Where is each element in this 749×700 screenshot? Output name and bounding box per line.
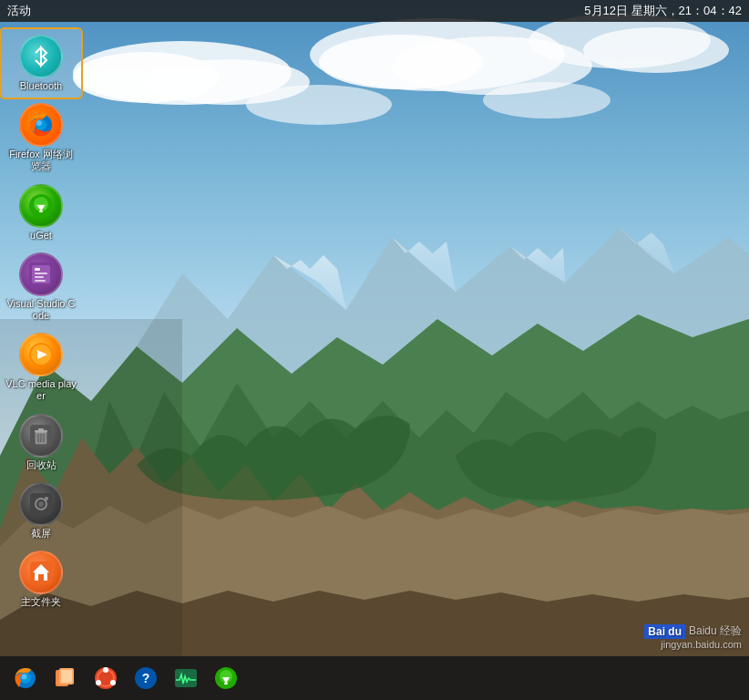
svg-text:?: ? xyxy=(142,671,150,685)
uget-label: uGet xyxy=(30,230,52,242)
desktop-sidebar: Bluetooth Firefox 网络浏览器 u xyxy=(0,22,82,656)
svg-point-48 xyxy=(45,497,48,500)
desktop-icon-firefox[interactable]: Firefox 网络浏览器 xyxy=(1,98,81,178)
activities-button[interactable]: 活动 xyxy=(7,3,31,19)
desktop-icon-uget[interactable]: uGet xyxy=(1,179,81,247)
svg-rect-51 xyxy=(38,574,44,581)
desktop-icon-trash[interactable]: 回收站 xyxy=(1,408,81,477)
svg-rect-34 xyxy=(35,280,46,282)
bluetooth-icon-img xyxy=(19,35,63,78)
vscode-icon-img xyxy=(19,252,63,296)
watermark-text: Bai du Baidu 经验 xyxy=(644,623,742,639)
desktop-icon-files[interactable]: 主文件夹 xyxy=(1,545,81,613)
trash-label: 回收站 xyxy=(26,459,56,471)
svg-rect-41 xyxy=(38,428,44,431)
datetime-display: 5月12日 星期六，21：04：42 xyxy=(584,3,742,19)
trash-icon-img xyxy=(19,414,63,458)
desktop-icon-vscode[interactable]: Visual Studio Code xyxy=(1,247,81,327)
desktop-icon-camera[interactable]: 截屏 xyxy=(1,477,81,545)
taskbar-ubuntu[interactable] xyxy=(87,660,124,696)
svg-rect-28 xyxy=(39,211,43,212)
camera-label: 截屏 xyxy=(31,528,51,540)
vscode-label: Visual Studio Code xyxy=(5,298,77,322)
taskbar-files[interactable] xyxy=(47,660,84,696)
vlc-icon-img xyxy=(19,333,63,376)
uget-icon-img xyxy=(19,184,63,228)
svg-rect-32 xyxy=(35,273,47,274)
taskbar-activity[interactable] xyxy=(168,660,204,696)
taskbar: ? xyxy=(0,656,749,700)
svg-point-24 xyxy=(36,120,42,126)
files-icon-img xyxy=(19,551,63,594)
firefox-label: Firefox 网络浏览器 xyxy=(5,149,77,172)
desktop-icon-bluetooth[interactable]: Bluetooth xyxy=(1,29,81,98)
svg-point-60 xyxy=(103,667,108,673)
svg-rect-31 xyxy=(35,268,40,271)
watermark-url: jingyan.baidu.com xyxy=(644,639,742,650)
svg-rect-69 xyxy=(224,683,228,685)
svg-point-10 xyxy=(483,82,610,118)
baidu-badge: Bai du xyxy=(644,624,685,639)
taskbar-help[interactable]: ? xyxy=(128,660,164,696)
vlc-label: VLC media player xyxy=(5,378,77,402)
taskbar-uget[interactable] xyxy=(208,660,244,696)
files-label: 主文件夹 xyxy=(21,596,61,608)
svg-rect-57 xyxy=(61,670,72,683)
svg-rect-33 xyxy=(35,276,44,278)
camera-icon-img xyxy=(19,482,63,526)
svg-point-8 xyxy=(583,27,729,73)
svg-point-61 xyxy=(110,680,116,685)
watermark: Bai du Baidu 经验 jingyan.baidu.com xyxy=(644,623,742,650)
bluetooth-label: Bluetooth xyxy=(20,80,62,92)
taskbar-firefox[interactable] xyxy=(7,660,44,696)
firefox-icon-img xyxy=(19,103,63,147)
svg-point-54 xyxy=(22,674,27,680)
svg-point-9 xyxy=(246,85,392,125)
topbar: 活动 5月12日 星期六，21：04：42 xyxy=(0,0,749,22)
desktop-icon-vlc[interactable]: VLC media player xyxy=(1,327,81,407)
watermark-label: Baidu 经验 xyxy=(689,623,742,639)
svg-point-62 xyxy=(96,680,101,685)
svg-point-47 xyxy=(38,501,44,507)
